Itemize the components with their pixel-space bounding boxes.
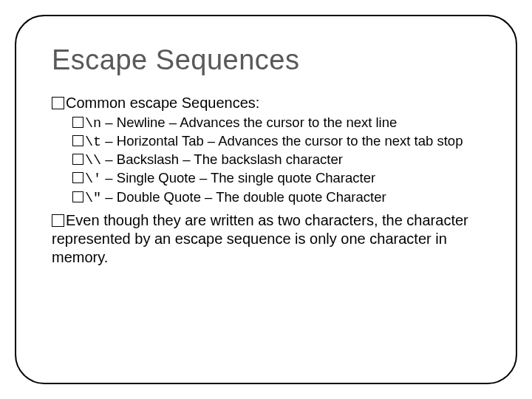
escape-code: \' bbox=[85, 171, 101, 187]
escape-desc: The backslash character bbox=[194, 151, 343, 167]
square-bullet-icon bbox=[72, 154, 83, 165]
escape-code: \" bbox=[85, 191, 101, 206]
escape-code: \n bbox=[85, 116, 101, 132]
square-bullet-icon bbox=[52, 97, 64, 109]
escape-desc: Advances the cursor to the next line bbox=[180, 115, 397, 130]
escape-name: Double Quote bbox=[117, 189, 201, 205]
escape-name: Horizontal Tab bbox=[117, 133, 204, 149]
escape-code: \t bbox=[85, 134, 101, 150]
escape-name: Backslash bbox=[117, 151, 179, 167]
outro-text: Even though they are written as two char… bbox=[52, 212, 468, 265]
square-bullet-icon bbox=[72, 172, 83, 183]
square-bullet-icon bbox=[72, 135, 83, 146]
escape-item: \' – Single Quote – The single quote Cha… bbox=[72, 169, 480, 188]
escape-item: \\ – Backslash – The backslash character bbox=[72, 151, 480, 169]
slide-title: Escape Sequences bbox=[52, 44, 480, 76]
escape-item: \t – Horizontal Tab – Advances the curso… bbox=[72, 132, 480, 151]
square-bullet-icon bbox=[72, 117, 83, 128]
escape-name: Single Quote bbox=[117, 170, 196, 185]
escape-item: \" – Double Quote – The double quote Cha… bbox=[72, 188, 480, 207]
intro-bullet: Common escape Sequences: bbox=[52, 94, 480, 112]
outro-bullet: Even though they are written as two char… bbox=[52, 211, 480, 267]
escape-desc: The single quote Character bbox=[211, 170, 375, 185]
escape-code: \\ bbox=[85, 153, 101, 168]
escape-name: Newline bbox=[117, 115, 166, 130]
square-bullet-icon bbox=[52, 214, 64, 227]
escape-desc: The double quote Character bbox=[216, 189, 386, 205]
square-bullet-icon bbox=[72, 191, 83, 202]
escape-desc: Advances the cursor to the next tab stop bbox=[218, 133, 463, 149]
escape-item: \n – Newline – Advances the cursor to th… bbox=[72, 114, 480, 132]
slide-content: Common escape Sequences: \n – Newline – … bbox=[52, 94, 480, 267]
intro-text: Common escape Sequences: bbox=[66, 95, 259, 111]
slide-frame: Escape Sequences Common escape Sequences… bbox=[15, 15, 517, 384]
